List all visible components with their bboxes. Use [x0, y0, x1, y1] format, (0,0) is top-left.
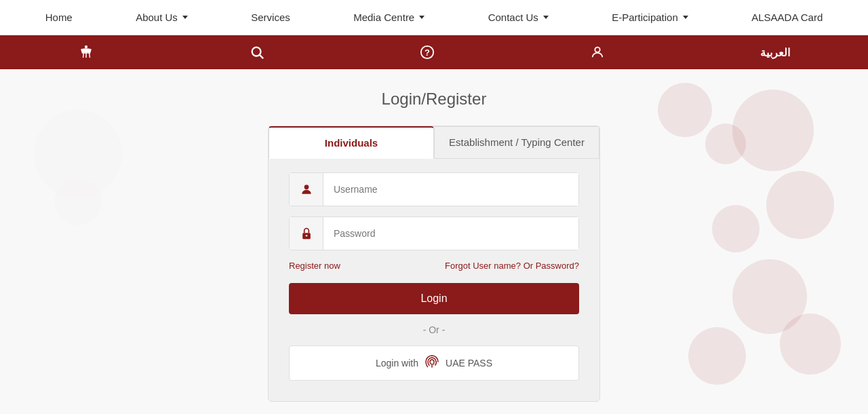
help-button[interactable]: ? — [406, 38, 448, 67]
nav-services[interactable]: Services — [244, 1, 297, 34]
forgot-credentials-link[interactable]: Forgot User name? Or Password? — [445, 261, 579, 271]
svg-point-1 — [85, 45, 87, 48]
icon-bar: ? العربية — [0, 35, 868, 69]
fingerprint-icon — [424, 355, 440, 371]
register-now-link[interactable]: Register now — [289, 261, 340, 271]
top-navigation: Home About Us Services Media Centre Cont… — [0, 0, 868, 35]
uae-pass-prefix: Login with — [376, 358, 418, 369]
help-icon: ? — [420, 45, 435, 60]
username-icon-wrapper — [290, 173, 323, 206]
lock-icon — [300, 226, 313, 241]
nav-contact-us[interactable]: Contact Us — [481, 1, 555, 34]
arabic-language-button[interactable]: العربية — [747, 39, 804, 66]
links-row: Register now Forgot User name? Or Passwo… — [289, 261, 579, 271]
arabic-label: العربية — [760, 46, 790, 59]
uae-pass-label: UAE PASS — [446, 358, 492, 369]
tab-establishment[interactable]: Establishment / Typing Center — [434, 126, 599, 159]
login-tabs: Individuals Establishment / Typing Cente… — [269, 126, 599, 159]
search-button[interactable] — [236, 38, 278, 67]
uae-pass-button[interactable]: Login with UAE PASS — [289, 345, 579, 381]
svg-point-7 — [304, 185, 309, 189]
media-centre-caret-icon — [419, 16, 425, 19]
tab-individuals[interactable]: Individuals — [269, 126, 434, 159]
svg-point-9 — [305, 235, 307, 237]
accessibility-button[interactable] — [64, 37, 108, 67]
contact-us-caret-icon — [543, 16, 549, 19]
svg-line-3 — [260, 55, 263, 58]
page-title: Login/Register — [382, 90, 487, 109]
svg-text:?: ? — [425, 48, 430, 58]
username-input-group — [289, 172, 579, 206]
nav-home[interactable]: Home — [39, 1, 79, 34]
svg-point-2 — [252, 48, 260, 56]
nav-about-us[interactable]: About Us — [129, 1, 195, 34]
login-card: Individuals Establishment / Typing Cente… — [268, 126, 600, 402]
password-input-group — [289, 217, 579, 250]
password-input[interactable] — [323, 217, 578, 250]
nav-media-centre[interactable]: Media Centre — [347, 1, 431, 34]
user-icon — [590, 45, 605, 60]
login-button[interactable]: Login — [289, 283, 579, 314]
accessibility-icon — [78, 44, 94, 60]
password-icon-wrapper — [290, 217, 323, 250]
main-content: Login/Register Individuals Establishment… — [0, 69, 868, 414]
nav-e-participation[interactable]: E-Participation — [605, 1, 695, 34]
search-icon — [250, 45, 264, 60]
e-participation-caret-icon — [683, 16, 688, 19]
or-divider: - Or - — [289, 324, 579, 335]
about-us-caret-icon — [182, 16, 188, 19]
card-body: Register now Forgot User name? Or Passwo… — [269, 172, 599, 381]
user-input-icon — [300, 183, 313, 196]
username-input[interactable] — [323, 173, 578, 206]
nav-alsaada-card[interactable]: ALSAADA Card — [745, 1, 829, 34]
svg-point-6 — [595, 48, 599, 52]
user-button[interactable] — [576, 38, 618, 67]
